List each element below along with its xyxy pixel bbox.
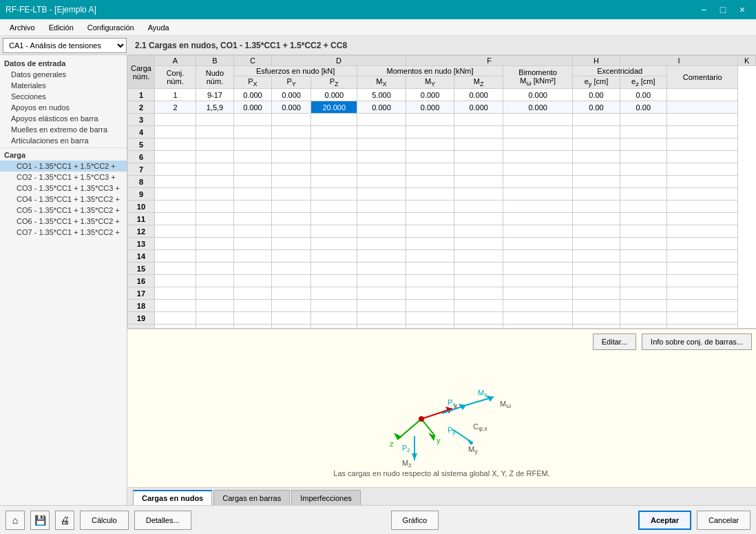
empty-cell[interactable] — [196, 213, 233, 225]
empty-cell[interactable] — [196, 188, 233, 201]
empty-cell[interactable] — [311, 114, 357, 126]
empty-cell[interactable] — [154, 287, 196, 300]
sidebar-item-co5[interactable]: CO5 - 1.35*CC1 + 1.35*CC2 + — [0, 205, 127, 216]
empty-cell[interactable] — [503, 300, 572, 312]
empty-cell[interactable] — [454, 114, 503, 126]
empty-cell[interactable] — [454, 312, 503, 325]
panel-selector[interactable]: CA1 - Análisis de tensiones — [3, 38, 127, 53]
empty-cell[interactable] — [666, 176, 737, 188]
empty-cell[interactable] — [357, 151, 406, 163]
empty-cell[interactable] — [311, 312, 357, 325]
empty-cell[interactable] — [271, 275, 311, 287]
empty-cell[interactable] — [271, 163, 311, 176]
empty-cell[interactable] — [196, 163, 233, 176]
empty-cell[interactable] — [357, 114, 406, 126]
empty-cell[interactable] — [196, 126, 233, 138]
empty-cell[interactable] — [454, 213, 503, 225]
empty-cell[interactable] — [271, 225, 311, 238]
empty-cell[interactable] — [233, 151, 271, 163]
empty-cell[interactable] — [573, 250, 620, 263]
empty-cell[interactable] — [666, 163, 737, 176]
table-cell[interactable]: 0.000 — [271, 89, 311, 101]
empty-cell[interactable] — [154, 225, 196, 238]
empty-cell[interactable] — [503, 238, 572, 250]
empty-cell[interactable] — [503, 176, 572, 188]
tab-cargas-nudos[interactable]: Cargas en nudos — [133, 490, 212, 505]
empty-cell[interactable] — [406, 225, 454, 238]
empty-cell[interactable] — [311, 126, 357, 138]
table-cell[interactable]: 1,5,9 — [196, 101, 233, 114]
empty-cell[interactable] — [154, 163, 196, 176]
empty-cell[interactable] — [271, 114, 311, 126]
empty-cell[interactable] — [573, 238, 620, 250]
empty-cell[interactable] — [233, 263, 271, 275]
empty-cell[interactable] — [154, 114, 196, 126]
empty-cell[interactable] — [233, 126, 271, 138]
empty-cell[interactable] — [196, 225, 233, 238]
table-cell[interactable]: 0.00 — [573, 89, 620, 101]
table-cell[interactable]: 0.000 — [454, 89, 503, 101]
empty-cell[interactable] — [666, 238, 737, 250]
edit-button[interactable]: Editar... — [593, 333, 636, 350]
table-cell[interactable]: 1 — [128, 89, 155, 101]
empty-cell[interactable] — [271, 263, 311, 275]
cancel-button[interactable]: Cancelar — [697, 511, 750, 530]
empty-cell[interactable] — [406, 114, 454, 126]
empty-cell[interactable] — [357, 300, 406, 312]
empty-cell[interactable] — [666, 126, 737, 138]
icon-btn-3[interactable]: 🖨 — [55, 511, 74, 530]
empty-cell[interactable] — [503, 213, 572, 225]
table-cell[interactable]: 5.000 — [357, 89, 406, 101]
table-cell[interactable]: 0.000 — [406, 101, 454, 114]
empty-cell[interactable] — [154, 300, 196, 312]
empty-cell[interactable] — [406, 250, 454, 263]
sidebar-item-co6[interactable]: CO6 - 1.35*CC1 + 1.35*CC2 + — [0, 216, 127, 227]
empty-cell[interactable] — [311, 213, 357, 225]
empty-cell[interactable] — [154, 201, 196, 213]
empty-cell[interactable] — [154, 312, 196, 325]
empty-cell[interactable] — [357, 275, 406, 287]
sidebar-item-secciones[interactable]: Secciones — [0, 91, 127, 102]
empty-cell[interactable] — [271, 238, 311, 250]
sidebar-item-co2[interactable]: CO2 - 1.35*CC1 + 1.5*CC3 + — [0, 172, 127, 183]
empty-cell[interactable] — [311, 188, 357, 201]
empty-cell[interactable] — [503, 225, 572, 238]
empty-cell[interactable] — [406, 287, 454, 300]
empty-cell[interactable] — [573, 287, 620, 300]
empty-cell[interactable] — [154, 126, 196, 138]
empty-cell[interactable] — [503, 151, 572, 163]
empty-cell[interactable] — [196, 312, 233, 325]
sidebar-item-muelles[interactable]: Muelles en extremo de barra — [0, 124, 127, 135]
empty-cell[interactable] — [154, 275, 196, 287]
empty-cell[interactable] — [196, 238, 233, 250]
empty-cell[interactable] — [154, 138, 196, 151]
empty-cell[interactable] — [233, 300, 271, 312]
empty-cell[interactable] — [311, 275, 357, 287]
empty-cell[interactable] — [406, 151, 454, 163]
sidebar-item-articulaciones[interactable]: Articulaciones en barra — [0, 135, 127, 146]
empty-cell[interactable] — [357, 176, 406, 188]
empty-cell[interactable] — [573, 263, 620, 275]
empty-cell[interactable] — [620, 300, 666, 312]
empty-cell[interactable] — [357, 263, 406, 275]
empty-cell[interactable] — [271, 201, 311, 213]
minimize-button[interactable]: − — [695, 3, 712, 17]
empty-cell[interactable] — [357, 126, 406, 138]
empty-cell[interactable] — [233, 287, 271, 300]
empty-cell[interactable] — [620, 151, 666, 163]
empty-cell[interactable] — [406, 201, 454, 213]
details-button[interactable]: Detalles... — [134, 511, 191, 530]
empty-cell[interactable] — [196, 263, 233, 275]
empty-cell[interactable] — [666, 275, 737, 287]
empty-cell[interactable] — [233, 176, 271, 188]
empty-cell[interactable] — [454, 238, 503, 250]
empty-cell[interactable] — [573, 201, 620, 213]
empty-cell[interactable] — [154, 188, 196, 201]
sidebar-item-co7[interactable]: CO7 - 1.35*CC1 + 1.35*CC2 + — [0, 227, 127, 238]
empty-cell[interactable] — [666, 201, 737, 213]
empty-cell[interactable] — [311, 151, 357, 163]
empty-cell[interactable] — [573, 275, 620, 287]
empty-cell[interactable] — [154, 238, 196, 250]
sidebar-item-apoyos-elasticos[interactable]: Apoyos elásticos en barra — [0, 113, 127, 124]
empty-cell[interactable] — [503, 163, 572, 176]
